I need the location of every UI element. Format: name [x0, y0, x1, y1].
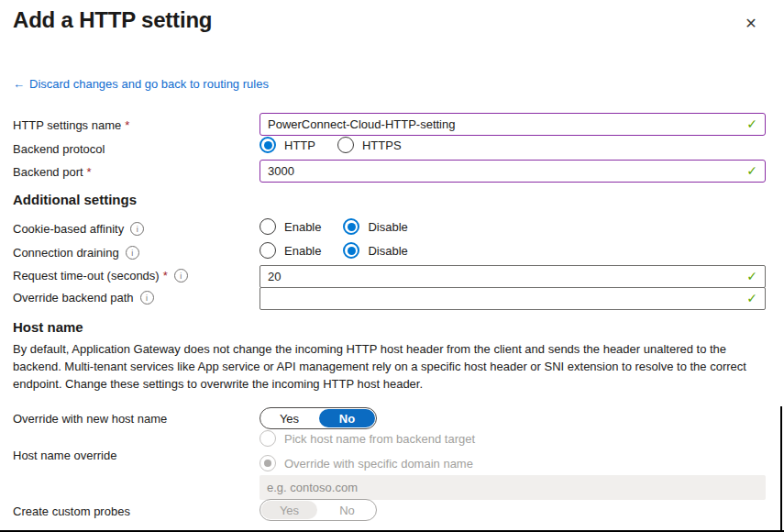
- request-timeout-label: Request time-out (seconds) * i: [13, 269, 188, 283]
- host-name-description: By default, Application Gateway does not…: [13, 341, 754, 393]
- window-right-edge: [780, 406, 782, 532]
- radio-https[interactable]: HTTPS: [337, 137, 402, 153]
- radio-override-specific-domain: Override with specific domain name: [259, 455, 475, 471]
- required-marker: *: [125, 118, 129, 132]
- additional-settings-heading: Additional settings: [13, 192, 137, 207]
- domain-name-field: [259, 475, 766, 500]
- create-custom-probes-toggle: Yes No: [259, 499, 377, 521]
- radio-unselected-icon: [259, 218, 276, 235]
- radio-cookie-disable[interactable]: Disable: [343, 218, 407, 235]
- host-name-override-radio-group: Pick host name from backend target Overr…: [259, 430, 475, 471]
- http-settings-name-input[interactable]: [259, 113, 766, 136]
- radio-selected-icon: [343, 242, 359, 259]
- radio-pick-host-name: Pick host name from backend target: [259, 430, 475, 447]
- request-timeout-field: ✓: [259, 265, 766, 288]
- radio-unselected-icon: [259, 242, 276, 259]
- backend-protocol-label: Backend protocol: [13, 142, 105, 156]
- radio-draining-disable[interactable]: Disable: [343, 242, 407, 259]
- override-new-host-name-label: Override with new host name: [13, 412, 167, 426]
- radio-selected-icon: [259, 137, 276, 153]
- toggle-no-option[interactable]: No: [319, 409, 375, 427]
- toggle-yes-option[interactable]: Yes: [261, 409, 317, 427]
- toggle-yes-option: Yes: [261, 501, 317, 519]
- create-custom-probes-label: Create custom probes: [13, 504, 130, 518]
- backend-port-input[interactable]: [259, 160, 766, 183]
- radio-unselected-icon: [337, 137, 354, 153]
- override-backend-path-label: Override backend path i: [13, 291, 154, 305]
- cookie-affinity-radio-group: Enable Disable: [259, 218, 408, 235]
- connection-draining-radio-group: Enable Disable: [259, 242, 408, 259]
- override-backend-path-input[interactable]: [259, 287, 766, 310]
- info-icon[interactable]: i: [174, 269, 188, 283]
- override-new-host-name-toggle[interactable]: Yes No: [259, 407, 377, 429]
- http-settings-name-label: HTTP settings name *: [13, 118, 129, 132]
- cookie-affinity-label: Cookie-based affinity i: [13, 222, 144, 236]
- host-name-override-label: Host name override: [13, 449, 116, 462]
- required-marker: *: [163, 269, 168, 283]
- radio-http[interactable]: HTTP: [259, 137, 315, 153]
- radio-cookie-enable[interactable]: Enable: [259, 218, 321, 235]
- connection-draining-label: Connection draining i: [13, 246, 139, 260]
- discard-back-link[interactable]: ←Discard changes and go back to routing …: [13, 77, 269, 91]
- radio-disabled-selected-icon: [259, 455, 276, 471]
- http-settings-name-field: ✓: [259, 113, 766, 136]
- back-link-label: Discard changes and go back to routing r…: [29, 77, 269, 91]
- required-marker: *: [87, 165, 92, 179]
- domain-name-input: [259, 475, 766, 500]
- back-arrow-icon: ←: [13, 77, 25, 91]
- add-http-setting-panel: Add a HTTP setting ✕ ←Discard changes an…: [0, 0, 784, 532]
- override-backend-path-field: ✓: [259, 287, 766, 310]
- radio-selected-icon: [343, 218, 359, 235]
- info-icon[interactable]: i: [126, 246, 139, 260]
- backend-port-field: ✓: [259, 160, 766, 183]
- toggle-no-option: No: [319, 501, 375, 519]
- request-timeout-input[interactable]: [259, 265, 766, 288]
- host-name-heading: Host name: [13, 319, 83, 335]
- close-icon[interactable]: ✕: [742, 15, 760, 33]
- backend-protocol-radio-group: HTTP HTTPS: [259, 137, 402, 153]
- radio-disabled-icon: [259, 430, 276, 447]
- info-icon[interactable]: i: [130, 222, 144, 236]
- page-title: Add a HTTP setting: [13, 7, 212, 33]
- info-icon[interactable]: i: [140, 291, 154, 305]
- radio-draining-enable[interactable]: Enable: [259, 242, 321, 259]
- backend-port-label: Backend port *: [13, 165, 92, 179]
